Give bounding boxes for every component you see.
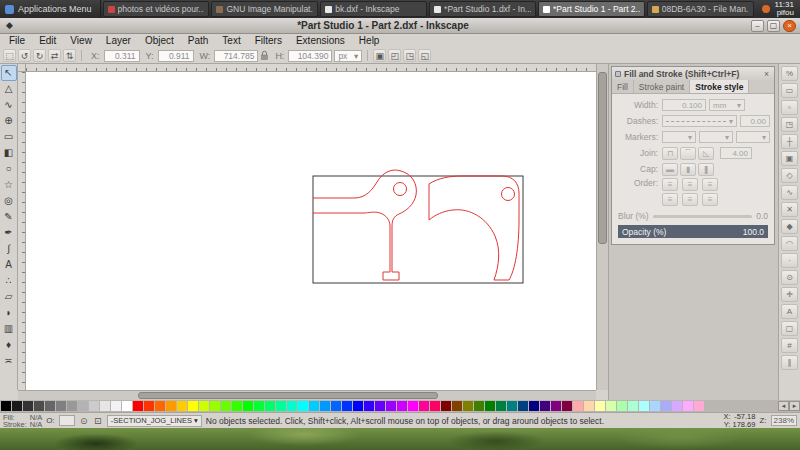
task-photos[interactable]: photos et vidéos pour...: [103, 1, 210, 17]
palette-swatch[interactable]: [34, 401, 44, 411]
paint-order-3-button[interactable]: ≡: [702, 178, 718, 191]
palette-swatch[interactable]: [232, 401, 242, 411]
units-select[interactable]: px▾: [334, 50, 362, 62]
horizontal-ruler[interactable]: [26, 64, 596, 72]
fill-stroke-tab[interactable]: Fill: [612, 80, 634, 93]
join-miter-button[interactable]: ⊓: [662, 147, 678, 160]
tool-bezier-pen[interactable]: ✒: [1, 225, 17, 241]
palette-swatch[interactable]: [518, 401, 528, 411]
miter-limit-input[interactable]: 4.00: [720, 147, 752, 159]
layer-select[interactable]: -SECTION_JOG_LINES ▾: [107, 415, 202, 427]
paint-order-4-button[interactable]: ≡: [662, 193, 678, 206]
marker-end-select[interactable]: ▾: [736, 131, 770, 143]
palette-scroll-right-icon[interactable]: ▸: [789, 401, 800, 411]
snap-nodes-toggle[interactable]: ◇: [781, 168, 798, 183]
palette-swatch[interactable]: [441, 401, 451, 411]
paint-order-2-button[interactable]: ≡: [682, 178, 698, 191]
palette-swatch[interactable]: [111, 401, 121, 411]
snap-cusp-nodes-toggle[interactable]: ◆: [781, 219, 798, 234]
horizontal-scrollbar-thumb[interactable]: [138, 392, 438, 399]
palette-swatch[interactable]: [551, 401, 561, 411]
palette-swatch[interactable]: [298, 401, 308, 411]
palette-swatch[interactable]: [419, 401, 429, 411]
snap-bbox-centers-toggle[interactable]: ▣: [781, 151, 798, 166]
snap-guides-toggle[interactable]: ∥: [781, 355, 798, 370]
palette-swatch[interactable]: [562, 401, 572, 411]
task-file-manager[interactable]: 08DB-6A30 - File Man...: [647, 1, 754, 17]
palette-swatch[interactable]: [683, 401, 693, 411]
menu-item[interactable]: File: [2, 34, 32, 48]
palette-swatch[interactable]: [606, 401, 616, 411]
task-bk-dxf-inkscape[interactable]: bk.dxf - Inkscape: [320, 1, 427, 17]
tool-3dbox[interactable]: ◧: [1, 145, 17, 161]
join-bevel-button[interactable]: ◺: [698, 147, 714, 160]
palette-swatch[interactable]: [573, 401, 583, 411]
paint-order-1-button[interactable]: ≡: [662, 178, 678, 191]
palette-swatch[interactable]: [265, 401, 275, 411]
task-gimp[interactable]: GNU Image Manipulat...: [211, 1, 318, 17]
palette-swatch[interactable]: [474, 401, 484, 411]
tool-text[interactable]: A: [1, 257, 17, 273]
palette-swatch[interactable]: [375, 401, 385, 411]
height-input[interactable]: 104.390: [288, 50, 332, 62]
palette-swatch[interactable]: [133, 401, 143, 411]
width-input[interactable]: 714.785: [214, 50, 258, 62]
snap-edge-midpoints-toggle[interactable]: ┼: [781, 134, 798, 149]
palette-swatch[interactable]: [210, 401, 220, 411]
snap-path-intersections-toggle[interactable]: ✕: [781, 202, 798, 217]
zoom-input[interactable]: 238%: [771, 415, 797, 426]
transform-stroke-toggle[interactable]: ▣: [373, 49, 386, 62]
palette-swatch[interactable]: [342, 401, 352, 411]
snap-rotation-centers-toggle[interactable]: ✛: [781, 287, 798, 302]
palette-swatch[interactable]: [23, 401, 33, 411]
palette-swatch[interactable]: [463, 401, 473, 411]
join-round-button[interactable]: ⌒: [680, 147, 696, 160]
palette-swatch[interactable]: [12, 401, 22, 411]
palette-scroll-left-icon[interactable]: ◂: [778, 401, 789, 411]
tool-eraser[interactable]: ▱: [1, 289, 17, 305]
palette-swatch[interactable]: [672, 401, 682, 411]
y-input[interactable]: 0.911: [158, 50, 194, 62]
tool-node-editor[interactable]: △: [1, 81, 17, 97]
palette-swatch[interactable]: [254, 401, 264, 411]
palette-swatch[interactable]: [397, 401, 407, 411]
blur-slider[interactable]: [653, 215, 752, 218]
flip-vertical-button[interactable]: ⇅: [63, 49, 76, 62]
palette-swatch[interactable]: [199, 401, 209, 411]
dash-offset-input[interactable]: 0.00: [740, 115, 770, 127]
paint-order-5-button[interactable]: ≡: [682, 193, 698, 206]
snap-bbox-corners-toggle[interactable]: ◳: [781, 117, 798, 132]
window-titlebar[interactable]: ◆ *Part Studio 1 - Part 2.dxf - Inkscape…: [0, 18, 800, 34]
palette-swatch[interactable]: [1, 401, 11, 411]
fill-stroke-tab[interactable]: Stroke style: [690, 80, 749, 93]
hole-circle[interactable]: [502, 188, 515, 201]
palette-swatch[interactable]: [529, 401, 539, 411]
vertical-scrollbar[interactable]: [596, 64, 608, 390]
tool-gradient[interactable]: ▥: [1, 321, 17, 337]
menu-item[interactable]: Help: [352, 34, 387, 48]
tool-paint-bucket[interactable]: ◗: [1, 305, 17, 321]
snap-page-border-toggle[interactable]: ▢: [781, 321, 798, 336]
palette-swatch[interactable]: [45, 401, 55, 411]
menu-item[interactable]: Layer: [99, 34, 138, 48]
menu-item[interactable]: Edit: [32, 34, 63, 48]
tool-dropper[interactable]: ♦: [1, 337, 17, 353]
palette-swatch[interactable]: [386, 401, 396, 411]
palette-swatch[interactable]: [485, 401, 495, 411]
palette-swatch[interactable]: [661, 401, 671, 411]
palette-swatch[interactable]: [100, 401, 110, 411]
palette-swatch[interactable]: [56, 401, 66, 411]
snap-smooth-nodes-toggle[interactable]: ◠: [781, 236, 798, 251]
tool-star[interactable]: ☆: [1, 177, 17, 193]
menu-item[interactable]: Extensions: [289, 34, 352, 48]
panel-close-icon[interactable]: ×: [762, 69, 771, 79]
part-outline[interactable]: [313, 170, 416, 280]
vertical-scrollbar-thumb[interactable]: [598, 72, 607, 244]
snap-line-midpoints-toggle[interactable]: ·: [781, 253, 798, 268]
select-all-button[interactable]: ⬚: [3, 49, 16, 62]
close-button[interactable]: ×: [783, 20, 796, 32]
marker-mid-select[interactable]: ▾: [699, 131, 733, 143]
palette-swatch[interactable]: [221, 401, 231, 411]
transform-gradient-toggle[interactable]: ◳: [403, 49, 416, 62]
palette-swatch[interactable]: [353, 401, 363, 411]
